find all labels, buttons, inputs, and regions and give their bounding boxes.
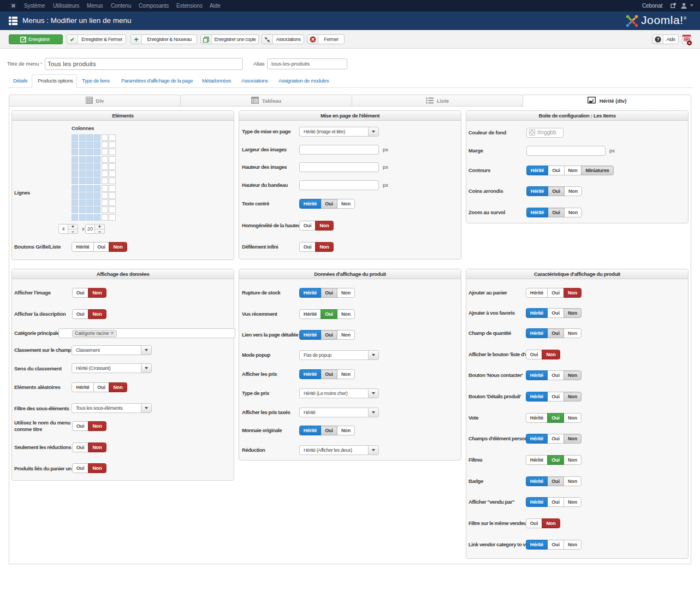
svg-text:?: ?: [656, 37, 659, 42]
